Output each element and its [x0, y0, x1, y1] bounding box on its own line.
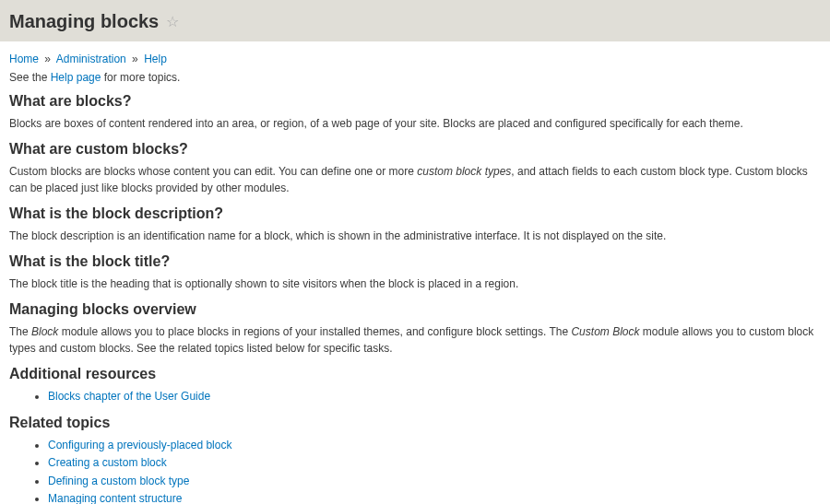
related-link-defining[interactable]: Defining a custom block type	[48, 475, 189, 487]
related-topics-list: Configuring a previously-placed block Cr…	[48, 437, 821, 504]
text-segment: The	[9, 325, 31, 338]
page-header: Managing blocks ☆	[0, 0, 830, 41]
help-page-link[interactable]: Help page	[51, 71, 101, 84]
text-segment: Custom blocks are blocks whose content y…	[9, 165, 417, 178]
content-area: Home » Administration » Help See the Hel…	[0, 41, 830, 504]
emphasis-custom-block-types: custom block types	[417, 165, 511, 178]
breadcrumb-administration[interactable]: Administration	[56, 53, 126, 65]
body-block-title: The block title is the heading that is o…	[9, 275, 821, 292]
body-overview: The Block module allows you to place blo…	[9, 323, 821, 357]
breadcrumb-help[interactable]: Help	[144, 53, 167, 65]
related-link-configuring[interactable]: Configuring a previously-placed block	[48, 439, 231, 451]
heading-what-are-blocks: What are blocks?	[9, 93, 821, 110]
body-what-are-blocks: Blocks are boxes of content rendered int…	[9, 115, 821, 132]
heading-block-description: What is the block description?	[9, 205, 821, 222]
intro-suffix: for more topics.	[101, 71, 180, 84]
breadcrumb-separator: »	[132, 53, 138, 65]
page-title: Managing blocks	[9, 11, 159, 32]
emphasis-block: Block	[31, 325, 58, 338]
heading-what-are-custom-blocks: What are custom blocks?	[9, 141, 821, 158]
list-item: Creating a custom block	[48, 454, 821, 472]
heading-additional-resources: Additional resources	[9, 366, 821, 382]
related-link-creating[interactable]: Creating a custom block	[48, 456, 167, 469]
emphasis-custom-block: Custom Block	[571, 325, 639, 338]
list-item: Managing content structure	[48, 490, 821, 504]
heading-related-topics: Related topics	[9, 415, 821, 431]
text-segment: module allows you to place blocks in reg…	[58, 325, 571, 338]
list-item: Configuring a previously-placed block	[48, 437, 821, 454]
list-item: Blocks chapter of the User Guide	[48, 388, 821, 405]
breadcrumb-separator: »	[44, 53, 51, 65]
related-link-managing[interactable]: Managing content structure	[48, 492, 182, 504]
intro-text: See the Help page for more topics.	[9, 71, 821, 84]
list-item: Defining a custom block type	[48, 473, 821, 490]
breadcrumb-home[interactable]: Home	[9, 53, 39, 65]
intro-prefix: See the	[9, 71, 51, 84]
resource-link-user-guide[interactable]: Blocks chapter of the User Guide	[48, 390, 210, 403]
heading-block-title: What is the block title?	[9, 253, 821, 270]
body-block-description: The block description is an identificati…	[9, 228, 821, 244]
resources-list: Blocks chapter of the User Guide	[48, 388, 821, 405]
heading-overview: Managing blocks overview	[9, 301, 821, 318]
breadcrumb: Home » Administration » Help	[9, 53, 821, 65]
star-icon[interactable]: ☆	[166, 15, 179, 29]
body-what-are-custom-blocks: Custom blocks are blocks whose content y…	[9, 163, 821, 196]
